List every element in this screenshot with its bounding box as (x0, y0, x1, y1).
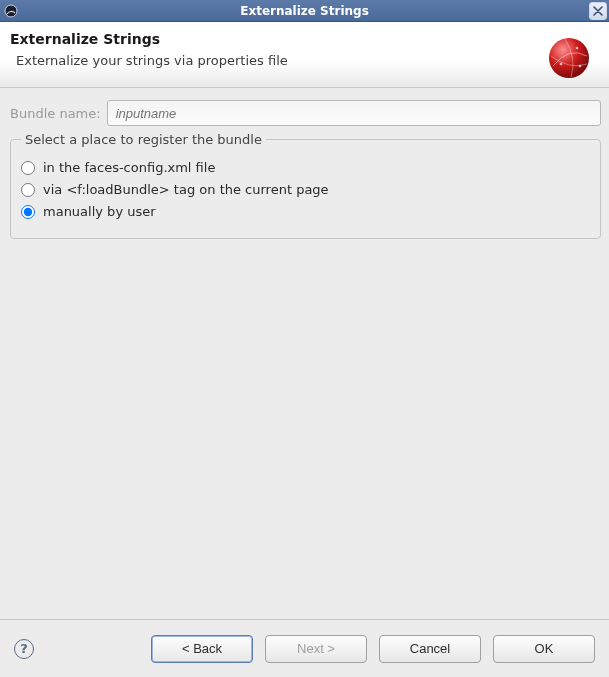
back-button[interactable]: < Back (151, 635, 253, 663)
cancel-button[interactable]: Cancel (379, 635, 481, 663)
radio-option-manual[interactable]: manually by user (21, 204, 590, 219)
page-title: Externalize Strings (10, 31, 595, 47)
radio-manual[interactable] (21, 205, 35, 219)
close-button[interactable] (589, 2, 607, 20)
register-place-group: Select a place to register the bundle in… (10, 132, 601, 239)
bundle-name-label: Bundle name: (10, 106, 101, 121)
dialog-footer: ? < Back Next > Cancel OK (0, 619, 609, 677)
bundle-name-row: Bundle name: (10, 100, 601, 126)
ok-button[interactable]: OK (493, 635, 595, 663)
svg-point-2 (560, 63, 563, 66)
wizard-banner-icon (547, 36, 591, 80)
radio-label: in the faces-config.xml file (43, 160, 215, 175)
next-button: Next > (265, 635, 367, 663)
radio-label: manually by user (43, 204, 156, 219)
close-icon (593, 6, 603, 16)
group-legend: Select a place to register the bundle (21, 132, 266, 147)
window-title: Externalize Strings (24, 4, 585, 18)
radio-loadbundle[interactable] (21, 183, 35, 197)
bundle-name-input[interactable] (107, 100, 601, 126)
radio-option-faces-config[interactable]: in the faces-config.xml file (21, 160, 590, 175)
app-icon (2, 2, 20, 20)
radio-label: via <f:loadBundle> tag on the current pa… (43, 182, 329, 197)
svg-point-4 (579, 65, 582, 68)
dialog-body: Bundle name: Select a place to register … (0, 88, 609, 239)
svg-point-1 (549, 38, 589, 78)
radio-faces-config[interactable] (21, 161, 35, 175)
page-subtitle: Externalize your strings via properties … (16, 53, 595, 68)
dialog-header: Externalize Strings Externalize your str… (0, 22, 609, 88)
svg-point-3 (576, 47, 579, 50)
radio-option-loadbundle[interactable]: via <f:loadBundle> tag on the current pa… (21, 182, 590, 197)
help-icon[interactable]: ? (14, 639, 34, 659)
window-titlebar: Externalize Strings (0, 0, 609, 22)
